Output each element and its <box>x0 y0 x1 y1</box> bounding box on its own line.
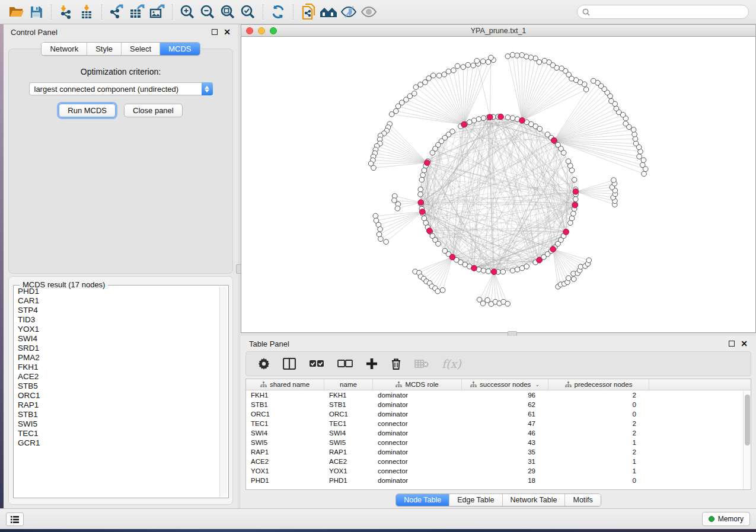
zoom-out-icon[interactable] <box>197 2 218 21</box>
graph-node[interactable] <box>505 301 511 306</box>
graph-node[interactable] <box>631 127 636 133</box>
graph-node[interactable] <box>573 197 578 202</box>
column-header-MCDS-role[interactable]: MCDS role <box>373 379 462 390</box>
mcds-result-item[interactable]: SRD1 <box>15 344 219 353</box>
graph-node[interactable] <box>515 267 520 273</box>
graph-mcds-node[interactable] <box>537 257 543 263</box>
graph-mcds-node[interactable] <box>471 265 477 271</box>
tab-mcds[interactable]: MCDS <box>160 43 199 55</box>
table-row[interactable]: PHD1PHD1dominator180 <box>246 476 751 485</box>
table-row[interactable]: STB1STB1dominator620 <box>246 400 751 409</box>
graph-mcds-node[interactable] <box>427 228 433 234</box>
table-row[interactable]: YOX1YOX1connector291 <box>246 466 751 476</box>
graph-node[interactable] <box>436 241 441 246</box>
first-neighbors-icon[interactable] <box>318 2 339 21</box>
network-canvas[interactable] <box>241 37 756 333</box>
graph-node[interactable] <box>476 117 481 122</box>
mcds-result-item[interactable]: STB5 <box>15 382 219 391</box>
graph-node[interactable] <box>571 211 576 216</box>
graph-node[interactable] <box>419 177 425 182</box>
graph-node[interactable] <box>395 206 400 211</box>
mcds-result-item[interactable]: GCR1 <box>15 438 219 448</box>
network-window-titlebar[interactable]: YPA_prune.txt_1 <box>241 24 756 37</box>
mcds-result-item[interactable]: ACE2 <box>15 372 219 382</box>
table-row[interactable]: SWI4SWI4dominator462 <box>246 428 751 438</box>
show-all-icon[interactable] <box>359 2 379 21</box>
column-header-shared-name[interactable]: shared name <box>246 379 324 390</box>
graph-node[interactable] <box>637 154 642 159</box>
mcds-result-item[interactable]: PMA2 <box>15 353 219 363</box>
graph-mcds-node[interactable] <box>519 118 525 124</box>
export-network-icon[interactable] <box>107 2 127 21</box>
tab-network-table[interactable]: Network Table <box>503 494 566 506</box>
zoom-in-icon[interactable] <box>177 2 197 21</box>
graph-node[interactable] <box>528 55 534 60</box>
graph-node[interactable] <box>426 76 432 81</box>
column-header-successor-nodes[interactable]: successor nodes⌄ <box>462 379 548 390</box>
graph-node[interactable] <box>392 198 397 203</box>
close-panel-icon[interactable]: ✕ <box>224 29 231 35</box>
graph-node[interactable] <box>474 58 480 63</box>
settings-gear-icon[interactable] <box>258 358 270 370</box>
graph-node[interactable] <box>430 150 435 156</box>
table-row[interactable]: SWI5SWI5connector431 <box>246 438 751 447</box>
mcds-result-item[interactable]: PHD1 <box>15 287 219 296</box>
graph-node[interactable] <box>413 85 419 90</box>
import-network-icon[interactable] <box>56 2 76 21</box>
tab-style[interactable]: Style <box>87 43 122 55</box>
graph-node[interactable] <box>519 53 525 58</box>
mcds-result-item[interactable]: FKH1 <box>15 363 219 372</box>
float-table-panel-icon[interactable] <box>729 341 735 347</box>
search-input[interactable] <box>593 8 748 16</box>
graph-node[interactable] <box>640 162 645 168</box>
graph-mcds-node[interactable] <box>563 229 569 235</box>
graph-node[interactable] <box>378 236 384 242</box>
graph-node[interactable] <box>455 63 460 69</box>
graph-node[interactable] <box>435 289 441 294</box>
graph-node[interactable] <box>436 73 442 78</box>
table-row[interactable]: RAP1RAP1dominator352 <box>246 447 751 457</box>
new-network-from-selection-icon[interactable] <box>298 2 318 21</box>
graph-node[interactable] <box>524 264 529 270</box>
graph-node[interactable] <box>542 58 547 63</box>
graph-node[interactable] <box>481 116 486 121</box>
tab-motifs[interactable]: Motifs <box>565 494 600 506</box>
search-field[interactable] <box>577 5 749 19</box>
graph-node[interactable] <box>486 269 491 274</box>
graph-node[interactable] <box>545 132 550 137</box>
mcds-result-list[interactable]: PHD1CAR1STP4TID3YOX1SWI4SRD1PMA2FKH1ACE2… <box>15 287 219 496</box>
graph-node[interactable] <box>642 171 647 177</box>
select-all-icon[interactable] <box>309 358 324 369</box>
graph-node[interactable] <box>623 121 629 126</box>
graph-node[interactable] <box>373 213 378 219</box>
hide-selected-icon[interactable] <box>339 2 359 21</box>
graph-node[interactable] <box>395 104 401 109</box>
graph-node[interactable] <box>515 53 520 58</box>
graph-node[interactable] <box>505 115 511 120</box>
split-table-icon[interactable] <box>283 358 296 370</box>
deselect-all-icon[interactable] <box>337 358 353 369</box>
graph-node[interactable] <box>384 239 389 245</box>
table-scrollbar-thumb[interactable] <box>745 395 750 446</box>
graph-node[interactable] <box>422 168 427 173</box>
tab-select[interactable]: Select <box>122 43 160 55</box>
graph-mcds-node[interactable] <box>425 160 430 166</box>
graph-node[interactable] <box>418 192 423 197</box>
graph-node[interactable] <box>633 141 639 146</box>
graph-node[interactable] <box>461 65 466 70</box>
graph-node[interactable] <box>572 177 577 182</box>
run-mcds-button[interactable]: Run MCDS <box>59 104 116 117</box>
close-table-panel-icon[interactable]: ✕ <box>741 341 748 347</box>
graph-node[interactable] <box>559 66 564 71</box>
graph-node[interactable] <box>440 287 445 293</box>
graph-node[interactable] <box>418 187 423 192</box>
tab-node-table[interactable]: Node Table <box>396 494 449 506</box>
import-table-icon[interactable] <box>76 2 97 21</box>
save-session-icon[interactable] <box>26 2 46 21</box>
graph-node[interactable] <box>510 116 515 121</box>
delete-column-icon[interactable] <box>391 358 401 370</box>
mcds-result-item[interactable]: TID3 <box>15 315 219 325</box>
mcds-list-scrollbar[interactable] <box>219 287 227 496</box>
network-graph[interactable] <box>241 37 755 332</box>
graph-node[interactable] <box>480 59 486 64</box>
